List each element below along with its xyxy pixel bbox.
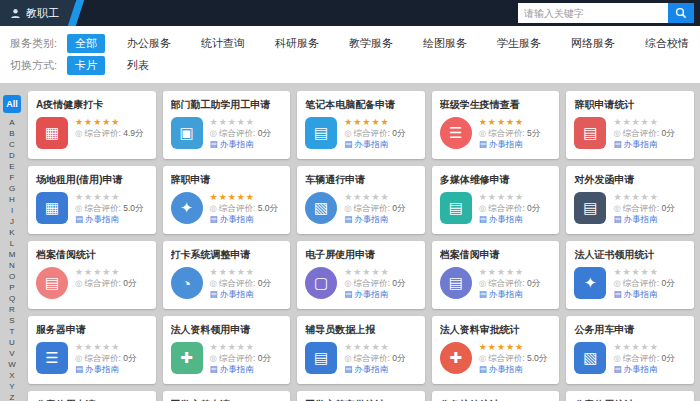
alphabet-letter[interactable]: Y: [0, 381, 24, 392]
category-item[interactable]: 全部: [67, 34, 105, 53]
alphabet-letter[interactable]: N: [0, 260, 24, 271]
guide-link[interactable]: ▤办事指南: [479, 364, 547, 375]
service-card[interactable]: 场地租用(借用)申请 ▦ ★★★★★ ◎综合评价: 5.0分 ▤办事指南: [28, 166, 156, 234]
guide-link[interactable]: ▤办事指南: [210, 214, 278, 225]
guide-link[interactable]: ▤办事指南: [344, 289, 405, 300]
service-card[interactable]: 电子屏使用申请 ▢ ★★★★★ ◎综合评价: 0分 ▤办事指南: [297, 241, 425, 309]
guide-link[interactable]: ▤办事指南: [613, 214, 674, 225]
guide-link[interactable]: ▤办事指南: [479, 214, 540, 225]
guide-link[interactable]: ▤办事指南: [479, 289, 540, 300]
service-card[interactable]: 多媒体维修申请 ▤ ★★★★★ ◎综合评价: 0分 ▤办事指南: [432, 166, 560, 234]
category-item[interactable]: 科研服务: [267, 34, 327, 53]
service-card[interactable]: 公章使用统计 ▤ ★★★★★ ◎综合评价: 0分 ▤办事指南: [566, 391, 694, 401]
person-icon: ✦: [171, 192, 203, 224]
guide-icon: ▤: [344, 214, 352, 224]
building-icon: ▦: [36, 192, 68, 224]
guide-link[interactable]: ▤办事指南: [210, 139, 271, 150]
alphabet-letter[interactable]: P: [0, 282, 24, 293]
alphabet-letter[interactable]: O: [0, 271, 24, 282]
guide-link[interactable]: ▤办事指南: [479, 139, 540, 150]
guide-link[interactable]: ▤办事指南: [75, 364, 136, 375]
alphabet-letter[interactable]: T: [0, 326, 24, 337]
service-card[interactable]: 公务用车申请 ▧ ★★★★★ ◎综合评价: 0分 ▤办事指南: [566, 316, 694, 384]
service-card[interactable]: 档案借阅统计 ▤ ★★★★★ ◎综合评价: 0分 ▤办事指南: [28, 241, 156, 309]
category-item[interactable]: 综合校情: [637, 34, 697, 53]
service-card[interactable]: A疫情健康打卡 ▦ ★★★★★ ◎综合评价: 4.9分 ▤办事指南: [28, 91, 156, 159]
guide-link[interactable]: ▤办事指南: [344, 364, 405, 375]
service-card[interactable]: 工学交替审批统计 ▤ ★★★★★ ◎综合评价: 0分 ▤办事指南: [297, 391, 425, 401]
alphabet-letter[interactable]: Q: [0, 293, 24, 304]
service-card[interactable]: 笔记本电脑配备申请 ▤ ★★★★★ ◎综合评价: 0分 ▤办事指南: [297, 91, 425, 159]
service-card[interactable]: 辞职申请 ✦ ★★★★★ ◎综合评价: 5.0分 ▤办事指南: [163, 166, 291, 234]
tab-staff[interactable]: 教职工: [0, 0, 75, 26]
alphabet-letter[interactable]: D: [0, 150, 24, 161]
rating-dot-icon: ◎: [344, 278, 351, 288]
category-item[interactable]: 学生服务: [489, 34, 549, 53]
guide-link[interactable]: ▤办事指南: [344, 139, 405, 150]
service-card[interactable]: 对外发函申请 ▤ ★★★★★ ◎综合评价: 0分 ▤办事指南: [566, 166, 694, 234]
guide-label: 办事指南: [354, 364, 388, 374]
rating-dot-icon: ◎: [75, 353, 82, 363]
guide-link[interactable]: ▤办事指南: [75, 214, 143, 225]
clipboard-icon: ▤: [305, 117, 337, 149]
guide-link[interactable]: ▤办事指南: [344, 214, 405, 225]
service-card[interactable]: 公务接待统计 ▤ ★★★★★ ◎综合评价: 0分 ▤办事指南: [432, 391, 560, 401]
alphabet-letter[interactable]: C: [0, 139, 24, 150]
person-icon: [10, 8, 21, 19]
guide-link[interactable]: ▤办事指南: [210, 364, 271, 375]
alphabet-letter[interactable]: S: [0, 315, 24, 326]
alphabet-letter[interactable]: B: [0, 128, 24, 139]
alphabet-letter[interactable]: J: [0, 216, 24, 227]
score-value: 5.0分: [525, 353, 548, 363]
guide-link[interactable]: ▤办事指南: [210, 289, 271, 300]
alphabet-letter[interactable]: H: [0, 194, 24, 205]
category-item[interactable]: 网络服务: [563, 34, 623, 53]
service-card[interactable]: 部门勤工助学用工申请 ▣ ★★★★★ ◎综合评价: 0分 ▤办事指南: [163, 91, 291, 159]
score-label: 综合评价:: [354, 278, 390, 288]
search-button[interactable]: [668, 3, 694, 23]
category-item[interactable]: 绘图服务: [415, 34, 475, 53]
service-card[interactable]: 工学交替申请 ▤ ★★★★★ ◎综合评价: 0分 ▤办事指南: [163, 391, 291, 401]
view-mode-item[interactable]: 卡片: [67, 56, 105, 75]
score-label: 综合评价:: [219, 128, 255, 138]
score-label: 综合评价:: [488, 353, 524, 363]
alphabet-letter[interactable]: F: [0, 172, 24, 183]
service-card[interactable]: 法人资料审批统计 ✚ ★★★★★ ◎综合评价: 5.0分 ▤办事指南: [432, 316, 560, 384]
category-item[interactable]: 统计查询: [193, 34, 253, 53]
service-card[interactable]: 法人证书领用统计 ✦ ★★★★★ ◎综合评价: 0分 ▤办事指南: [566, 241, 694, 309]
service-card[interactable]: 辅导员数据上报 ▤ ★★★★★ ◎综合评价: 0分 ▤办事指南: [297, 316, 425, 384]
service-card[interactable]: 服务器申请 ☰ ★★★★★ ◎综合评价: 0分 ▤办事指南: [28, 316, 156, 384]
alphabet-letter[interactable]: A: [0, 117, 24, 128]
category-item[interactable]: 办公服务: [119, 34, 179, 53]
service-card[interactable]: 车辆通行申请 ▧ ★★★★★ ◎综合评价: 0分 ▤办事指南: [297, 166, 425, 234]
service-card[interactable]: 法人资料领用申请 ✚ ★★★★★ ◎综合评价: 0分 ▤办事指南: [163, 316, 291, 384]
guide-link[interactable]: ▤办事指南: [613, 364, 674, 375]
alphabet-letter[interactable]: E: [0, 161, 24, 172]
alphabet-letter[interactable]: U: [0, 337, 24, 348]
alphabet-letter[interactable]: V: [0, 348, 24, 359]
alphabet-letter[interactable]: Z: [0, 392, 24, 401]
alphabet-all-button[interactable]: All: [3, 95, 21, 113]
view-mode-item[interactable]: 列表: [119, 56, 157, 75]
alphabet-letter[interactable]: G: [0, 183, 24, 194]
guide-link[interactable]: ▤办事指南: [613, 139, 674, 150]
service-card[interactable]: 公章使用申请 ▤ ★★★★★ ◎综合评价: 0分 ▤办事指南: [28, 391, 156, 401]
guide-label: 办事指南: [220, 364, 254, 374]
document-icon: ▤: [305, 342, 337, 374]
alphabet-letter[interactable]: X: [0, 370, 24, 381]
service-card-title: 辞职申请统计: [574, 98, 686, 112]
service-card[interactable]: 班级学生疫情查看 ☰ ★★★★★ ◎综合评价: 5分 ▤办事指南: [432, 91, 560, 159]
alphabet-letter[interactable]: L: [0, 238, 24, 249]
alphabet-letter[interactable]: K: [0, 227, 24, 238]
alphabet-letter[interactable]: M: [0, 249, 24, 260]
category-item[interactable]: 教学服务: [341, 34, 401, 53]
service-card[interactable]: 打卡系统调整申请 ◔ ★★★★★ ◎综合评价: 0分 ▤办事指南: [163, 241, 291, 309]
service-card[interactable]: 档案借阅申请 ▤ ★★★★★ ◎综合评价: 0分 ▤办事指南: [432, 241, 560, 309]
guide-link[interactable]: ▤办事指南: [613, 289, 674, 300]
score-label: 综合评价:: [219, 353, 255, 363]
alphabet-letter[interactable]: W: [0, 359, 24, 370]
alphabet-letter[interactable]: R: [0, 304, 24, 315]
search-input[interactable]: [518, 3, 668, 23]
alphabet-letter[interactable]: I: [0, 205, 24, 216]
service-card[interactable]: 辞职申请统计 ▤ ★★★★★ ◎综合评价: 0分 ▤办事指南: [566, 91, 694, 159]
